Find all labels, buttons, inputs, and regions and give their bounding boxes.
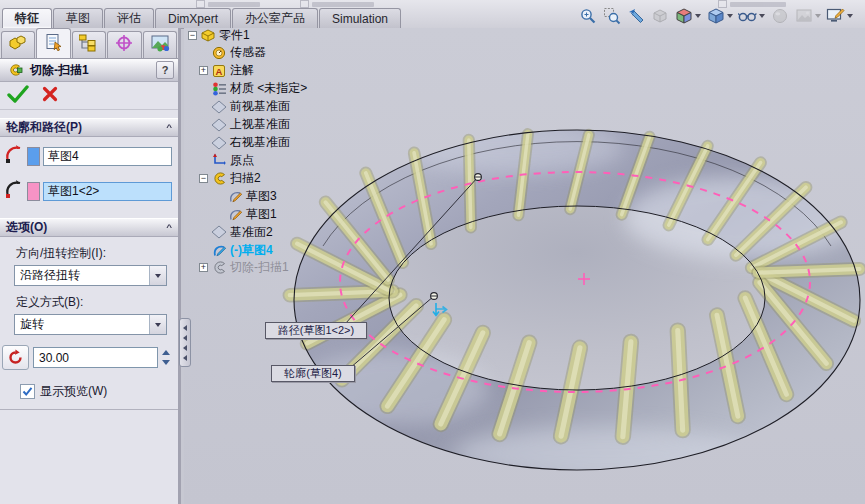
tree-item-label: 右视基准面: [230, 134, 290, 151]
spin-up-icon[interactable]: [162, 350, 170, 355]
tree-item-label: 草图1: [246, 206, 277, 223]
tree-item-label: 前视基准面: [230, 98, 290, 115]
section-profile-path-label: 轮廓和路径(P): [6, 119, 166, 136]
feature-tree-item[interactable]: 右视基准面: [186, 134, 290, 152]
callout-path[interactable]: 路径(草图1<2>): [265, 322, 367, 339]
graphics-viewport[interactable]: −零件1传感器+A注解材质 <未指定>前视基准面上视基准面右视基准面原点−扫描2…: [184, 28, 865, 504]
profile-selection-row: 草图4: [4, 143, 172, 169]
turns-input[interactable]: 30.00: [33, 347, 158, 368]
profile-input[interactable]: 草图4: [43, 147, 172, 166]
panel-tab-dimxpert-manager[interactable]: [107, 31, 141, 58]
hide-show-items-button[interactable]: [738, 6, 765, 25]
zoom-area-button[interactable]: [602, 6, 621, 25]
feature-tree-item[interactable]: 草图1: [186, 205, 277, 223]
feature-tree-item[interactable]: −扫描2: [186, 169, 261, 187]
dropdown-caret-icon[interactable]: [759, 14, 765, 18]
material-icon: [211, 81, 227, 97]
view-settings-button[interactable]: [826, 6, 853, 25]
show-preview-label: 显示预览(W): [40, 383, 107, 400]
tree-item-label: (-)草图4: [230, 242, 273, 259]
property-manager-icon: [44, 33, 64, 55]
define-by-value: 旋转: [20, 316, 44, 333]
panel-tab-display-manager[interactable]: [143, 31, 177, 58]
ok-button[interactable]: [7, 85, 29, 107]
ribbon-tab-1[interactable]: 特征: [2, 8, 52, 28]
tree-item-label: 扫描2: [230, 170, 261, 187]
tree-item-label: 上视基准面: [230, 116, 290, 133]
twist-control-dropdown[interactable]: 沿路径扭转: [14, 265, 167, 286]
twist-control-value: 沿路径扭转: [20, 267, 80, 284]
tree-expander-icon[interactable]: −: [199, 174, 208, 183]
ribbon-tab-3[interactable]: 评估: [104, 8, 154, 28]
dropdown-caret-icon[interactable]: [727, 14, 733, 18]
dropdown-caret-icon[interactable]: [815, 14, 821, 18]
sketch-selected-icon: [211, 242, 227, 258]
feature-tree-item[interactable]: 上视基准面: [186, 116, 290, 134]
feature-tree-item[interactable]: 前视基准面: [186, 98, 290, 116]
feature-tree-item[interactable]: 材质 <未指定>: [186, 80, 307, 98]
help-button[interactable]: ?: [156, 61, 174, 79]
configuration-manager-icon: [79, 34, 99, 56]
section-options[interactable]: 选项(O) ^: [0, 218, 178, 237]
previous-view-button[interactable]: [626, 6, 645, 25]
cancel-button[interactable]: [42, 86, 58, 106]
plane-icon: [211, 99, 227, 115]
path-color-swatch: [27, 182, 40, 201]
spin-down-icon[interactable]: [162, 360, 170, 365]
path-input[interactable]: 草图1<2>: [43, 182, 172, 201]
ribbon-tab-5[interactable]: 办公室产品: [232, 8, 318, 28]
display-style-button[interactable]: [706, 6, 733, 25]
feature-tree-item[interactable]: +A注解: [186, 62, 254, 80]
sensors-icon: [211, 45, 227, 61]
confirm-row: [0, 82, 178, 110]
feature-tree-item[interactable]: +切除-扫描1: [186, 259, 289, 277]
define-by-dropdown[interactable]: 旋转: [14, 314, 167, 335]
panel-splitter-handle[interactable]: [179, 318, 191, 367]
feature-tree-item[interactable]: 传感器: [186, 44, 266, 62]
previous-view-icon: [626, 6, 645, 25]
dropdown-caret-icon[interactable]: [847, 14, 853, 18]
show-preview-checkbox[interactable]: [20, 384, 35, 399]
cut-sweep-icon: [7, 62, 23, 78]
panel-tab-feature-manager[interactable]: [1, 31, 35, 58]
profile-color-swatch: [27, 147, 40, 166]
tree-expander-icon[interactable]: +: [199, 263, 208, 272]
headsup-view-toolbar: [578, 5, 853, 26]
section-options-label: 选项(O): [6, 219, 166, 236]
feature-tree-item[interactable]: 原点: [186, 151, 254, 169]
property-manager-panel: 切除-扫描1 ? 轮廓和路径(P) ^ 草图4 草图1<2> 选项(O) ^ 方…: [0, 28, 181, 504]
ribbon-tab-4[interactable]: DimXpert: [155, 8, 231, 28]
section-profile-path[interactable]: 轮廓和路径(P) ^: [0, 118, 178, 137]
sweep-cut-icon: [211, 260, 227, 276]
ribbon-tab-6[interactable]: Simulation: [319, 8, 401, 28]
ribbon-remnant: [300, 1, 374, 7]
tree-item-label: 传感器: [230, 44, 266, 61]
define-by-label: 定义方式(B):: [16, 294, 178, 311]
feature-tree-item[interactable]: −零件1: [186, 28, 250, 44]
section-view-icon: [650, 6, 669, 25]
tree-expander-icon[interactable]: −: [188, 31, 197, 40]
tree-item-label: 注解: [230, 62, 254, 79]
callout-profile[interactable]: 轮廓(草图4): [271, 365, 355, 382]
dropdown-arrow-icon[interactable]: [149, 266, 166, 285]
zoom-fit-button[interactable]: [578, 6, 597, 25]
feature-manager-icon: [8, 34, 28, 56]
feature-tree-item[interactable]: 基准面2: [186, 223, 273, 241]
tree-item-label: 材质 <未指定>: [230, 80, 307, 97]
tree-expander-icon[interactable]: +: [199, 66, 208, 75]
sketch-icon: [227, 206, 243, 222]
panel-tab-property-manager[interactable]: [36, 28, 70, 58]
dropdown-arrow-icon[interactable]: [149, 315, 166, 334]
view-orientation-button[interactable]: [674, 6, 701, 25]
sweep-icon: [211, 170, 227, 186]
feature-tree-item[interactable]: (-)草图4: [186, 241, 273, 259]
property-manager-titlebar: 切除-扫描1 ?: [0, 59, 178, 82]
show-preview-row: 显示预览(W): [20, 383, 178, 400]
ribbon-tab-2[interactable]: 草图: [53, 8, 103, 28]
feature-tree-item[interactable]: 草图3: [186, 187, 277, 205]
view-settings-icon: [826, 6, 845, 25]
dropdown-caret-icon[interactable]: [695, 14, 701, 18]
panel-tab-configuration-manager[interactable]: [72, 31, 106, 58]
dimxpert-manager-icon: [114, 34, 134, 56]
edit-appearance-button: [770, 6, 789, 25]
